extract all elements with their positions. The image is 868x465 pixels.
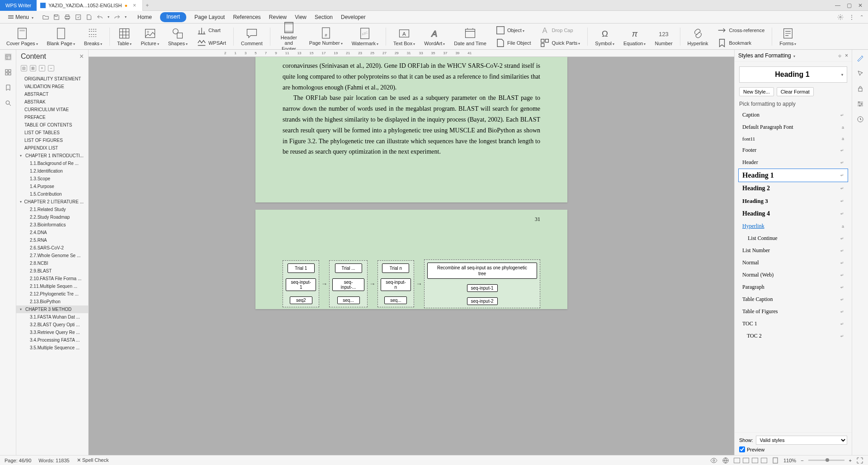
- search-icon[interactable]: [5, 99, 12, 107]
- app-tab[interactable]: WPS Writer: [0, 0, 37, 11]
- preview-checkbox[interactable]: Preview: [739, 446, 847, 452]
- toc-item[interactable]: 2.4.DNA: [16, 229, 88, 236]
- thumbnails-icon[interactable]: [5, 69, 12, 76]
- wordart-button[interactable]: A WordArt: [422, 26, 447, 47]
- toc-item[interactable]: 2.10.FASTA File Forma ...: [16, 275, 88, 282]
- toc-item[interactable]: ABSTRAK: [16, 98, 88, 106]
- zoom-in-icon[interactable]: +: [849, 458, 852, 463]
- breaks-button[interactable]: Breaks: [82, 26, 104, 47]
- drop-cap-button[interactable]: A Drop Cap: [538, 24, 582, 36]
- print-icon[interactable]: [64, 14, 71, 20]
- bookmark-rail-icon[interactable]: [5, 84, 12, 91]
- table-button[interactable]: Table: [115, 26, 133, 47]
- date-time-button[interactable]: Date and Time: [452, 26, 488, 47]
- add-tab-icon[interactable]: +: [143, 2, 151, 9]
- style-item[interactable]: Normal (Web)↵: [738, 269, 848, 281]
- cover-pages-button[interactable]: Cover Pages: [5, 26, 40, 47]
- style-item[interactable]: Default Paragraph Fonta: [738, 121, 848, 133]
- zoom-handle[interactable]: [826, 458, 829, 462]
- style-item[interactable]: Header↵: [738, 156, 848, 169]
- zoom-out-icon[interactable]: −: [801, 458, 803, 463]
- maximize-button[interactable]: ▢: [847, 2, 852, 9]
- bookmark-button[interactable]: Bookmark: [715, 37, 766, 49]
- toc-item[interactable]: ABSTRACT: [16, 90, 88, 98]
- page-indicator[interactable]: Page: 46/90: [5, 458, 31, 463]
- toc-item[interactable]: 1.2.Identification: [16, 167, 88, 175]
- toc-list[interactable]: ORIGINALITY STATEMENTVALIDATION PAGEABST…: [16, 73, 88, 455]
- style-item[interactable]: Footer↵: [738, 144, 848, 156]
- toc-item[interactable]: 2.7.Whole Genome Se ...: [16, 252, 88, 259]
- toc-arrow-icon[interactable]: ▾: [20, 200, 22, 204]
- show-select[interactable]: Valid styles: [756, 436, 847, 445]
- chevron-down-icon[interactable]: ▾: [841, 73, 843, 77]
- new-style-button[interactable]: New Style...: [739, 87, 774, 96]
- toc-item[interactable]: ORIGINALITY STATEMENT: [16, 75, 88, 83]
- style-item[interactable]: Normal↵: [738, 257, 848, 269]
- toc-item[interactable]: 2.11.Multiple Sequen ...: [16, 282, 88, 290]
- toc-item[interactable]: ▾CHAPTER 1 INTRODUCTI...: [16, 152, 88, 160]
- header-footer-button[interactable]: Header and Footer: [276, 20, 302, 52]
- page-number-button[interactable]: # Page Number: [307, 26, 344, 47]
- object-button[interactable]: Object: [494, 24, 533, 36]
- style-item[interactable]: Hyperlinka: [738, 220, 848, 232]
- symbol-button[interactable]: Ω Symbol: [593, 26, 616, 47]
- toc-item[interactable]: ▾CHAPTER 3 METHOD: [16, 305, 88, 313]
- toc-item[interactable]: 3.4.Processing FASTA ...: [16, 336, 88, 344]
- forms-button[interactable]: Forms: [778, 26, 798, 47]
- view-print-icon[interactable]: [734, 458, 740, 463]
- ribbon-tab-developer[interactable]: Developer: [341, 12, 366, 22]
- style-item[interactable]: List Number↵: [738, 244, 848, 257]
- close-button[interactable]: ✕: [858, 2, 863, 9]
- equation-button[interactable]: π Equation: [622, 26, 647, 47]
- style-item[interactable]: font11a: [738, 133, 848, 144]
- style-item[interactable]: Heading 1↵: [738, 169, 848, 182]
- view-web-icon[interactable]: [752, 458, 758, 463]
- fit-page-icon[interactable]: [856, 457, 863, 464]
- toc-item[interactable]: 2.12.Phylogenetic Tre ...: [16, 290, 88, 298]
- globe-icon[interactable]: [722, 457, 729, 464]
- print-preview-icon[interactable]: [75, 14, 81, 20]
- toc-item[interactable]: 3.2.BLAST Query Opti ...: [16, 321, 88, 329]
- style-item[interactable]: Paragraph↵: [738, 281, 848, 293]
- toc-item[interactable]: 2.5.RNA: [16, 236, 88, 244]
- toc-item[interactable]: CURRICULUM VITAE: [16, 106, 88, 113]
- save-icon[interactable]: [53, 14, 60, 20]
- style-item[interactable]: TOC 1↵: [738, 318, 848, 330]
- collapse-ribbon-icon[interactable]: ⌃: [860, 14, 863, 19]
- ribbon-tab-insert[interactable]: Insert: [160, 12, 186, 22]
- undo-icon[interactable]: [97, 14, 103, 20]
- toc-item[interactable]: 2.3.Bioinformatics: [16, 221, 88, 229]
- ribbon-tab-home[interactable]: Home: [137, 12, 152, 22]
- body-paragraph[interactable]: The ORF1ab base pair location can be use…: [283, 93, 540, 157]
- toc-item[interactable]: TABLE OF CONTENTS: [16, 121, 88, 129]
- settings-rail-icon[interactable]: [857, 100, 864, 108]
- toc-item[interactable]: 1.5.Contribution: [16, 190, 88, 198]
- toc-item[interactable]: 2.13.BioPython: [16, 298, 88, 305]
- toc-item[interactable]: 2.9.BLAST: [16, 267, 88, 275]
- wpsart-button[interactable]: WPSArt: [195, 37, 228, 49]
- page-next[interactable]: 31 Trial 1 seq-input-1 seq2 → Trial ... …: [255, 210, 567, 309]
- toc-item[interactable]: 1.3.Scope: [16, 175, 88, 183]
- redo-icon[interactable]: [114, 14, 120, 20]
- ribbon-tab-page-layout[interactable]: Page Layout: [194, 12, 225, 22]
- horizontal-ruler[interactable]: 21357911131517192123252729313335373941: [89, 50, 734, 57]
- style-item[interactable]: Table of Figures↵: [738, 305, 848, 318]
- style-item[interactable]: List Continue↵: [738, 232, 848, 244]
- style-item[interactable]: Heading 3↵: [738, 195, 848, 207]
- toc-item[interactable]: VALIDATION PAGE: [16, 83, 88, 90]
- styles-list[interactable]: Caption↵Default Paragraph Fontafont11aFo…: [735, 109, 852, 432]
- page-current[interactable]: coronaviruses (Srinivasan et al., 2020).…: [255, 57, 567, 202]
- collapse-all-icon[interactable]: ⊞: [30, 65, 36, 71]
- open-icon[interactable]: [42, 14, 49, 20]
- lock-icon[interactable]: [857, 85, 864, 92]
- zoom-value[interactable]: 110%: [783, 458, 796, 463]
- expand-level-icon[interactable]: +: [39, 65, 45, 71]
- picture-button[interactable]: Picture: [139, 26, 160, 47]
- document-scroll[interactable]: coronaviruses (Srinivasan et al., 2020).…: [89, 57, 734, 455]
- view-read-icon[interactable]: [761, 458, 767, 463]
- eye-icon[interactable]: [710, 457, 717, 464]
- menu-button[interactable]: Menu: [5, 13, 37, 21]
- text-box-button[interactable]: A Text Box: [392, 26, 417, 47]
- settings-icon[interactable]: [837, 14, 844, 20]
- chart-button[interactable]: Chart: [195, 24, 228, 36]
